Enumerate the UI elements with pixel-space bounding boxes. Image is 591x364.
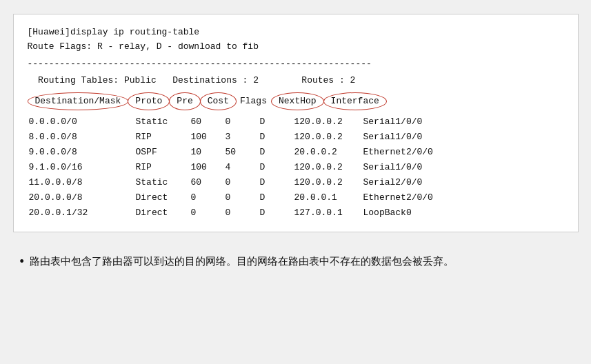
cell-iface: Serial1/0/0 xyxy=(362,114,452,130)
cell-dest: 9.0.0.0/8 xyxy=(28,145,134,160)
terminal-container: [Huawei]display ip routing-table Route F… xyxy=(13,14,579,232)
cell-pre: 0 xyxy=(190,205,224,221)
header-flags: Flags xyxy=(236,94,271,109)
cell-iface: LoopBack0 xyxy=(362,205,452,221)
header-proto: Proto xyxy=(128,92,170,110)
table-row: 11.0.0.0/8Static600D120.0.0.2Serial2/0/0 xyxy=(28,175,564,190)
table-row: 9.1.0.0/16RIP1004D120.0.0.2Serial1/0/0 xyxy=(28,160,564,175)
cell-proto: Direct xyxy=(134,205,190,221)
cell-dest: 9.1.0.0/16 xyxy=(28,160,134,175)
cell-nexthop: 120.0.0.2 xyxy=(293,114,362,130)
cell-cost: 50 xyxy=(224,145,259,160)
cell-flags: D xyxy=(259,190,293,205)
cell-iface: Ethernet2/0/0 xyxy=(362,190,452,205)
note-text: 路由表中包含了路由器可以到达的目的网络。目的网络在路由表中不存在的数据包会被丢弃… xyxy=(30,253,572,270)
command-line: [Huawei]display ip routing-table xyxy=(28,26,564,40)
cell-nexthop: 120.0.0.2 xyxy=(293,175,362,190)
cell-pre: 100 xyxy=(190,130,224,145)
cell-pre: 0 xyxy=(190,190,224,205)
table-row: 0.0.0.0/0Static600D120.0.0.2Serial1/0/0 xyxy=(28,114,564,130)
cell-nexthop: 120.0.0.2 xyxy=(293,130,362,145)
header-interface: Interface xyxy=(323,92,387,110)
table-rows: 0.0.0.0/0Static600D120.0.0.2Serial1/0/08… xyxy=(28,114,564,221)
cell-iface: Serial1/0/0 xyxy=(362,130,452,145)
cell-pre: 100 xyxy=(190,160,224,175)
table-header-row: Destination/Mask Proto Pre Cost Flags Ne… xyxy=(28,91,564,112)
cell-dest: 8.0.0.0/8 xyxy=(28,130,134,145)
table-row: 20.0.0.1/32Direct00D127.0.0.1LoopBack0 xyxy=(28,205,564,221)
cell-cost: 0 xyxy=(224,114,259,130)
cell-nexthop: 127.0.0.1 xyxy=(293,205,362,221)
cell-pre: 10 xyxy=(190,145,224,160)
cell-proto: OSPF xyxy=(134,145,190,160)
cell-flags: D xyxy=(259,160,293,175)
cell-flags: D xyxy=(259,145,293,160)
cell-nexthop: 120.0.0.2 xyxy=(293,160,362,175)
cell-flags: D xyxy=(259,205,293,221)
cell-pre: 60 xyxy=(190,175,224,190)
cell-cost: 0 xyxy=(224,190,259,205)
header-destination: Destination/Mask xyxy=(28,92,129,110)
terminal-output: [Huawei]display ip routing-table Route F… xyxy=(28,26,564,221)
cell-iface: Ethernet2/0/0 xyxy=(362,145,452,160)
cell-nexthop: 20.0.0.1 xyxy=(293,190,362,205)
cell-proto: RIP xyxy=(134,130,190,145)
note-item: • 路由表中包含了路由器可以到达的目的网络。目的网络在路由表中不存在的数据包会被… xyxy=(20,253,572,270)
cell-flags: D xyxy=(259,130,293,145)
header-pre: Pre xyxy=(169,92,200,110)
cell-proto: Direct xyxy=(134,190,190,205)
cell-dest: 20.0.0.1/32 xyxy=(28,205,134,221)
table-row: 9.0.0.0/8OSPF1050D20.0.0.2Ethernet2/0/0 xyxy=(28,145,564,160)
bullet-icon: • xyxy=(20,253,24,270)
cell-dest: 0.0.0.0/0 xyxy=(28,114,134,130)
cell-pre: 60 xyxy=(190,114,224,130)
summary-line: Routing Tables: Public Destinations : 2 … xyxy=(28,74,564,88)
divider-line: ----------------------------------------… xyxy=(28,57,564,72)
cell-flags: D xyxy=(259,114,293,130)
table-row: 8.0.0.0/8RIP1003D120.0.0.2Serial1/0/0 xyxy=(28,130,564,145)
header-nexthop: NextHop xyxy=(271,92,324,110)
cell-dest: 11.0.0.0/8 xyxy=(28,175,134,190)
cell-iface: Serial1/0/0 xyxy=(362,160,452,175)
cell-cost: 3 xyxy=(224,130,259,145)
note-section: • 路由表中包含了路由器可以到达的目的网络。目的网络在路由表中不存在的数据包会被… xyxy=(13,246,579,270)
cell-proto: RIP xyxy=(134,160,190,175)
header-cost: Cost xyxy=(200,92,237,110)
cell-flags: D xyxy=(259,175,293,190)
table-row: 20.0.0.0/8Direct00D20.0.0.1Ethernet2/0/0 xyxy=(28,190,564,205)
cell-iface: Serial2/0/0 xyxy=(362,175,452,190)
cell-proto: Static xyxy=(134,114,190,130)
cell-proto: Static xyxy=(134,175,190,190)
cell-cost: 0 xyxy=(224,205,259,221)
cell-nexthop: 20.0.0.2 xyxy=(293,145,362,160)
cell-dest: 20.0.0.0/8 xyxy=(28,190,134,205)
cell-cost: 0 xyxy=(224,175,259,190)
cell-cost: 4 xyxy=(224,160,259,175)
flags-line: Route Flags: R - relay, D - download to … xyxy=(28,40,564,54)
